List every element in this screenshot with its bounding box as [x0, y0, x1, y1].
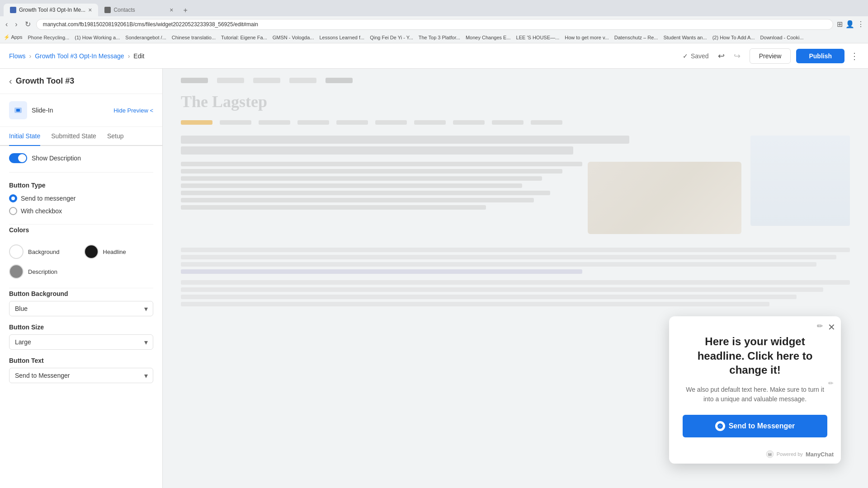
address-bar[interactable]: manychat.com/fb198150208192061B/cms/file… [36, 19, 833, 30]
wp-nav-3 [253, 78, 280, 83]
button-size-dropdown-wrapper: Small Medium Large [9, 334, 153, 350]
radio-with-checkbox[interactable]: With checkbox [9, 207, 153, 215]
powered-by-text: Powered by [777, 451, 803, 457]
radio-send-to-messenger[interactable]: Send to messenger [9, 194, 153, 202]
profile-icon[interactable]: 👤 [845, 20, 854, 28]
widget-headline[interactable]: Here is your widget headline. Click here… [669, 316, 841, 381]
radio-checkbox-circle [9, 207, 17, 215]
messenger-icon [715, 421, 725, 431]
widget-desc-edit-icon[interactable]: ✏ [828, 380, 834, 387]
button-background-select[interactable]: Blue White Black [9, 301, 153, 316]
wp-article-title [181, 136, 741, 155]
color-background: Background [9, 244, 79, 259]
wp-body-text [181, 248, 850, 306]
show-description-toggle-row: Show Description [9, 153, 153, 163]
wp-menu [181, 120, 850, 125]
sidebar-title: Growth Tool #3 [16, 76, 75, 86]
button-background-label: Button Background [9, 290, 153, 297]
bookmarks-bar: ⚡ Apps Phone Recycling... (1) How Workin… [0, 32, 868, 43]
extensions-icon[interactable]: ⊞ [837, 20, 843, 28]
widget-send-to-messenger-button[interactable]: Send to Messenger [683, 415, 827, 437]
undo-button[interactable]: ↩ [714, 49, 728, 63]
breadcrumb-edit: Edit [133, 52, 144, 60]
bookmark-2[interactable]: (1) How Working a... [75, 35, 120, 40]
tab-submitted-state[interactable]: Submitted State [51, 127, 96, 146]
tab-setup[interactable]: Setup [107, 127, 124, 146]
more-options-button[interactable]: ⋮ [850, 51, 859, 61]
bookmark-6[interactable]: GMSN - Vologda... [273, 35, 314, 40]
tab-initial-state[interactable]: Initial State [9, 127, 40, 146]
forward-button[interactable]: › [13, 19, 19, 30]
sidebar-back-button[interactable]: ‹ [9, 76, 12, 86]
headline-color-swatch[interactable] [84, 244, 99, 259]
wp-left [181, 136, 741, 234]
widget-headline-edit-icon[interactable]: ✏ [817, 322, 823, 330]
button-text-select[interactable]: Send to Messenger [9, 368, 153, 383]
background-color-swatch[interactable] [9, 244, 24, 259]
bookmark-16[interactable]: Download - Cooki... [760, 35, 804, 40]
widget-button-label: Send to Messenger [729, 422, 795, 430]
redo-button[interactable]: ↪ [730, 49, 744, 63]
button-type-section: Button Type Send to messenger With check… [0, 174, 162, 222]
widget-close-button[interactable]: ✕ [828, 322, 835, 333]
wp-menu-1 [181, 120, 212, 125]
tab-title-1: Growth Tool #3 Opt-In Me... [19, 7, 85, 13]
colors-grid: Background Headline Description [9, 244, 153, 279]
bookmark-4[interactable]: Chinese translatio... [172, 35, 216, 40]
bookmark-10[interactable]: Money Changes E... [466, 35, 511, 40]
button-text-label: Button Text [9, 357, 153, 364]
new-tab-button[interactable]: + [179, 5, 191, 16]
publish-button[interactable]: Publish [796, 49, 844, 63]
tab-close-2[interactable]: × [170, 6, 173, 14]
bookmark-8[interactable]: Qing Fei De Yi - Y... [370, 35, 413, 40]
reload-button[interactable]: ↻ [23, 18, 33, 30]
bookmark-3[interactable]: Sonderangebot /... [125, 35, 166, 40]
main-content: The Lagstep [163, 69, 868, 488]
slide-in-icon [14, 106, 23, 115]
saved-check-icon: ✓ [683, 52, 688, 60]
wp-menu-3 [259, 120, 290, 125]
bookmark-7[interactable]: Lessons Learned f... [319, 35, 364, 40]
wp-site-title: The Lagstep [181, 92, 850, 111]
hide-preview-button[interactable]: Hide Preview < [113, 107, 153, 114]
wp-menu-8 [453, 120, 485, 125]
tab-title-2: Contacts [113, 7, 167, 13]
tab-close-1[interactable]: × [88, 6, 92, 14]
wp-article-content [181, 162, 741, 234]
button-type-label: Button Type [9, 182, 153, 189]
widget-type-name: Slide-In [32, 107, 113, 114]
tab-active[interactable]: Growth Tool #3 Opt-In Me... × [4, 4, 98, 16]
bookmark-13[interactable]: Datenschutz – Re... [614, 35, 658, 40]
tab-favicon-2 [104, 7, 111, 13]
bookmark-11[interactable]: LEE 'S HOUSE—... [516, 35, 560, 40]
bookmark-14[interactable]: Student Wants an... [663, 35, 707, 40]
main-layout: ‹ Growth Tool #3 Slide-In Hide Preview <… [0, 69, 868, 488]
undo-redo-group: ↩ ↪ [714, 49, 744, 63]
widget-description[interactable]: We also put default text here. Make sure… [669, 381, 841, 415]
button-text-section: Button Text Send to Messenger [0, 357, 162, 390]
bookmark-1[interactable]: Phone Recycling... [28, 35, 70, 40]
color-headline: Headline [84, 244, 154, 259]
breadcrumb-tool[interactable]: Growth Tool #3 Opt-In Message [35, 52, 124, 60]
tab-contacts[interactable]: Contacts × [98, 4, 179, 16]
colors-label: Colors [9, 226, 153, 239]
tab-bar: Growth Tool #3 Opt-In Me... × Contacts ×… [0, 0, 868, 16]
description-color-swatch[interactable] [9, 264, 24, 279]
back-button[interactable]: ‹ [4, 19, 9, 30]
button-size-label: Button Size [9, 324, 153, 331]
bookmark-apps[interactable]: ⚡ Apps [4, 34, 23, 40]
svg-text:M: M [768, 452, 772, 457]
bookmark-12[interactable]: How to get more v... [565, 35, 609, 40]
breadcrumb-sep-2: › [128, 52, 130, 60]
breadcrumb-flows[interactable]: Flows [9, 52, 26, 60]
button-text-dropdown-wrapper: Send to Messenger [9, 368, 153, 383]
bookmark-9[interactable]: The Top 3 Platfor... [419, 35, 460, 40]
breadcrumb: Flows › Growth Tool #3 Opt-In Message › … [9, 52, 144, 60]
button-size-select[interactable]: Small Medium Large [9, 334, 153, 350]
bookmark-15[interactable]: (2) How To Add A... [712, 35, 755, 40]
preview-button[interactable]: Preview [750, 48, 791, 64]
bookmark-5[interactable]: Tutorial: Eigene Fa... [221, 35, 267, 40]
show-description-toggle[interactable] [9, 153, 27, 163]
tab-favicon-1 [10, 7, 16, 13]
menu-icon[interactable]: ⋮ [857, 20, 864, 28]
